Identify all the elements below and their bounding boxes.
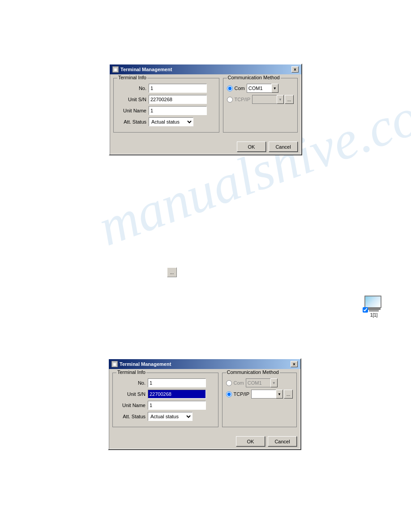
dialog2-com-input[interactable] bbox=[246, 378, 270, 387]
dialog1-com-input[interactable] bbox=[247, 84, 271, 93]
dialog1-comm-group: Communication Method Com ▼ TCP/IP ▼ bbox=[223, 78, 298, 133]
dialog1-com-radio-label: Com bbox=[235, 86, 245, 91]
dialog2-titlebar: ▣ Terminal Management × bbox=[109, 359, 300, 369]
dialog2-terminal-info-group: Terminal Info No. Unit S/N Unit Name Att… bbox=[112, 373, 218, 427]
dialog2-terminal-info-label: Terminal Info bbox=[116, 369, 146, 375]
dialog2-close-button[interactable]: × bbox=[291, 361, 298, 367]
dialog2-tcpip-radio-label: TCP/IP bbox=[234, 391, 249, 397]
dialog2-tcpip-dots-btn[interactable]: ... bbox=[284, 390, 293, 399]
dialog1-tcpip-dropdown-btn[interactable]: ▼ bbox=[277, 95, 284, 104]
dialog2-tcpip-radio[interactable] bbox=[226, 391, 232, 397]
dialog2-com-radio-label: Com bbox=[234, 380, 244, 386]
dialog1-title-icon: ▣ bbox=[112, 66, 119, 73]
dialog2-no-input[interactable] bbox=[148, 378, 206, 387]
middle-button-label: ... bbox=[170, 270, 174, 275]
dialog1-unit-name-input[interactable] bbox=[149, 106, 207, 115]
dialog2-unit-name-row: Unit Name bbox=[116, 401, 214, 410]
dialog1-ok-button[interactable]: OK bbox=[237, 142, 266, 152]
dialog1-cancel-button[interactable]: Cancel bbox=[269, 142, 298, 152]
dialog1-title-text: Terminal Management bbox=[120, 67, 172, 72]
dialog2-att-status-label: Att. Status bbox=[116, 414, 146, 419]
dialog1-unit-name-label: Unit Name bbox=[117, 108, 146, 113]
dialog1-unit-name-row: Unit Name bbox=[117, 106, 215, 115]
middle-small-button[interactable]: ... bbox=[167, 267, 177, 277]
dialog2-tcpip-row: TCP/IP ▼ ... bbox=[226, 390, 293, 399]
dialog2-att-status-row: Att. Status Actual status bbox=[116, 412, 214, 421]
dialog1-terminal-info-group: Terminal Info No. Unit S/N Unit Name Att… bbox=[113, 78, 219, 133]
dialog2-cancel-button[interactable]: Cancel bbox=[268, 436, 297, 446]
dialog1-no-label: No. bbox=[117, 86, 146, 91]
terminal-management-dialog-1: ▣ Terminal Management × Terminal Info No… bbox=[109, 64, 302, 155]
dialog2-unit-name-input[interactable] bbox=[148, 401, 206, 410]
dialog1-buttons: OK Cancel bbox=[110, 140, 301, 154]
terminal-icon[interactable]: 1[1] bbox=[364, 296, 383, 317]
dialog2-no-label: No. bbox=[116, 380, 146, 386]
dialog1-att-status-row: Att. Status Actual status bbox=[117, 117, 215, 126]
dialog1-att-status-select[interactable]: Actual status bbox=[149, 117, 193, 126]
dialog1-close-button[interactable]: × bbox=[291, 66, 299, 73]
dialog2-att-status-select[interactable]: Actual status bbox=[148, 412, 193, 421]
dialog1-att-status-label: Att. Status bbox=[117, 119, 146, 124]
dialog2-com-combo: ▼ bbox=[246, 378, 278, 387]
dialog2-tcpip-combo: ▼ ... bbox=[251, 390, 293, 399]
dialog1-no-input[interactable] bbox=[149, 84, 207, 93]
dialog1-unit-sn-input[interactable] bbox=[149, 95, 207, 104]
dialog1-unit-sn-row: Unit S/N bbox=[117, 95, 215, 104]
dialog1-tcpip-combo: ▼ ... bbox=[252, 95, 294, 104]
dialog1-com-row: Com ▼ bbox=[227, 84, 294, 93]
dialog2-no-row: No. bbox=[116, 378, 214, 387]
dialog2-unit-name-label: Unit Name bbox=[116, 403, 146, 408]
dialog1-tcpip-radio-label: TCP/IP bbox=[235, 97, 250, 102]
dialog2-comm-label: Communication Method bbox=[226, 369, 280, 375]
dialog2-titlebar-left: ▣ Terminal Management bbox=[111, 361, 171, 367]
dialog2-comm-group: Communication Method Com ▼ TCP/IP ▼ bbox=[222, 373, 297, 427]
terminal-management-dialog-2: ▣ Terminal Management × Terminal Info No… bbox=[108, 358, 301, 450]
dialog2-buttons: OK Cancel bbox=[109, 434, 300, 449]
terminal-stand bbox=[369, 310, 379, 312]
dialog1-titlebar-left: ▣ Terminal Management bbox=[112, 66, 172, 73]
dialog2-tcpip-dropdown-btn[interactable]: ▼ bbox=[276, 390, 283, 399]
dialog1-com-combo: ▼ bbox=[247, 84, 278, 93]
dialog1-tcpip-dots-btn[interactable]: ... bbox=[285, 95, 294, 104]
dialog2-com-radio[interactable] bbox=[226, 380, 232, 386]
dialog2-unit-sn-label: Unit S/N bbox=[116, 391, 146, 397]
dialog1-com-radio[interactable] bbox=[227, 86, 233, 91]
dialog2-ok-button[interactable]: OK bbox=[236, 436, 265, 446]
dialog2-unit-sn-row: Unit S/N bbox=[116, 390, 214, 399]
terminal-icon-image bbox=[364, 296, 383, 312]
dialog1-com-dropdown-btn[interactable]: ▼ bbox=[271, 84, 278, 93]
dialog1-tcpip-radio[interactable] bbox=[227, 97, 233, 103]
dialog2-unit-sn-input[interactable] bbox=[148, 390, 206, 399]
dialog2-com-row: Com ▼ bbox=[226, 378, 293, 387]
terminal-icon-label: 1[1] bbox=[370, 313, 378, 317]
dialog2-title-text: Terminal Management bbox=[120, 361, 171, 367]
dialog2-com-dropdown-btn[interactable]: ▼ bbox=[270, 378, 278, 387]
dialog1-comm-label: Communication Method bbox=[227, 75, 281, 80]
dialog1-unit-sn-label: Unit S/N bbox=[117, 97, 146, 102]
dialog2-content: Terminal Info No. Unit S/N Unit Name Att… bbox=[109, 369, 300, 434]
dialog1-terminal-info-label: Terminal Info bbox=[117, 75, 147, 80]
terminal-checkbox[interactable] bbox=[363, 307, 368, 313]
dialog1-tcpip-input[interactable] bbox=[252, 95, 277, 104]
dialog1-tcpip-row: TCP/IP ▼ ... bbox=[227, 95, 294, 104]
terminal-screen bbox=[364, 296, 381, 308]
dialog2-title-icon: ▣ bbox=[111, 361, 118, 367]
dialog1-content: Terminal Info No. Unit S/N Unit Name Att… bbox=[110, 74, 301, 140]
dialog1-no-row: No. bbox=[117, 84, 215, 93]
dialog2-tcpip-input[interactable] bbox=[251, 390, 276, 399]
dialog1-titlebar: ▣ Terminal Management × bbox=[110, 64, 301, 74]
